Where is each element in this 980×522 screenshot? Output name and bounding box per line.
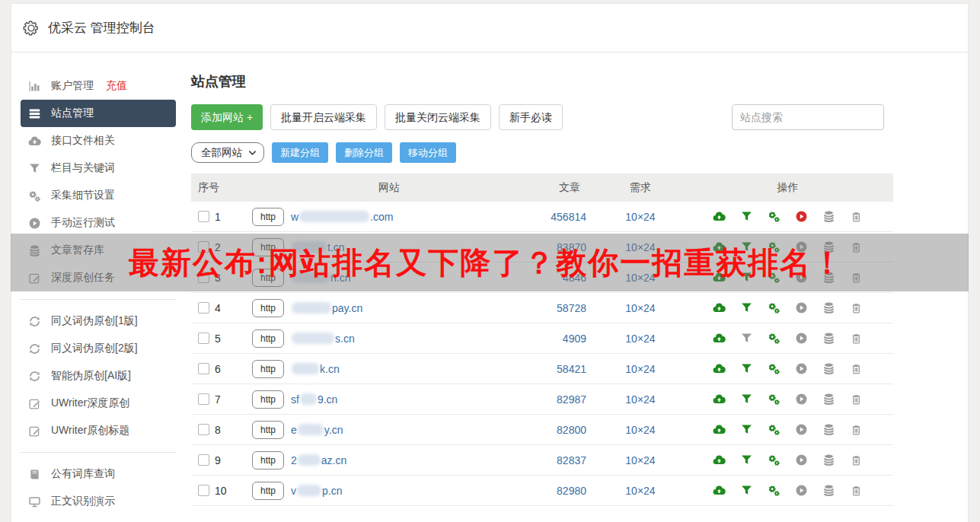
funnel-action-icon[interactable] [740, 423, 753, 436]
group-filter-select[interactable]: 全部网站 [191, 142, 264, 163]
funnel-action-icon[interactable] [740, 393, 753, 406]
sidebar-item[interactable]: 公有词库查询 [21, 460, 176, 488]
recharge-link[interactable]: 充值 [106, 79, 127, 93]
batch-open-cloud-button[interactable]: 批量开启云端采集 [270, 104, 377, 130]
article-count-link[interactable]: 82837 [526, 454, 599, 466]
row-checkbox[interactable] [198, 363, 209, 374]
gears-action-icon[interactable] [768, 423, 780, 436]
gears-action-icon[interactable] [768, 393, 780, 406]
sidebar-item[interactable]: UWriter深度原创 [21, 390, 176, 417]
article-count-link[interactable]: 456814 [526, 211, 599, 223]
protocol-button[interactable]: http [252, 390, 284, 409]
gears-action-icon[interactable] [768, 484, 780, 497]
trash-action-icon[interactable] [850, 393, 863, 406]
sidebar-item[interactable]: UWriter原创标题 [21, 417, 176, 444]
funnel-action-icon[interactable] [740, 484, 753, 497]
site-search-input[interactable] [732, 104, 884, 130]
funnel-action-icon[interactable] [740, 301, 753, 314]
article-count-link[interactable]: 58728 [526, 302, 599, 314]
database-action-icon[interactable] [822, 210, 835, 223]
trash-action-icon[interactable] [850, 301, 863, 314]
trash-action-icon[interactable] [850, 484, 863, 497]
row-checkbox[interactable] [198, 424, 209, 435]
row-checkbox[interactable] [198, 454, 209, 466]
move-group-button[interactable]: 移动分组 [400, 142, 456, 163]
database-action-icon[interactable] [822, 484, 835, 497]
article-count-link[interactable]: 58421 [526, 363, 599, 375]
cloud-upload-action-icon[interactable] [713, 484, 726, 497]
play-action-icon[interactable] [795, 393, 808, 406]
sidebar-item[interactable]: 手动运行测试 [21, 209, 176, 237]
play-action-icon[interactable] [795, 484, 808, 497]
funnel-action-icon[interactable] [740, 362, 753, 375]
protocol-button[interactable]: http [252, 299, 284, 317]
newbie-guide-button[interactable]: 新手必读 [499, 104, 563, 130]
sidebar-item[interactable]: 站点管理 [21, 100, 176, 127]
trash-action-icon[interactable] [850, 423, 863, 436]
row-checkbox[interactable] [198, 485, 209, 496]
protocol-button[interactable]: http [252, 482, 284, 500]
database-action-icon[interactable] [822, 393, 835, 406]
sidebar-item[interactable]: 同义词伪原创[1版] [21, 307, 176, 335]
sidebar-item[interactable]: 正文识别演示 [21, 488, 176, 515]
gears-action-icon[interactable] [768, 332, 780, 345]
article-count-link[interactable]: 82980 [526, 485, 599, 497]
site-domain-link[interactable]: ey.cn [291, 424, 343, 436]
site-domain-link[interactable]: s.cn [291, 333, 355, 345]
gears-action-icon[interactable] [768, 210, 780, 223]
delete-group-button[interactable]: 删除分组 [336, 142, 392, 163]
row-checkbox[interactable] [198, 302, 209, 314]
protocol-button[interactable]: http [252, 451, 284, 469]
cloud-upload-action-icon[interactable] [713, 362, 726, 375]
play-action-icon[interactable] [795, 332, 808, 345]
funnel-action-icon[interactable] [740, 454, 753, 466]
site-domain-link[interactable]: w.com [291, 211, 393, 223]
site-domain-link[interactable]: pay.cn [291, 302, 362, 314]
database-action-icon[interactable] [822, 301, 835, 314]
cloud-upload-action-icon[interactable] [713, 332, 726, 345]
new-group-button[interactable]: 新建分组 [272, 142, 328, 163]
play-action-icon[interactable] [795, 301, 808, 314]
protocol-button[interactable]: http [252, 421, 284, 439]
cloud-upload-action-icon[interactable] [713, 301, 726, 314]
sidebar-item[interactable]: 接口文件相关 [21, 127, 176, 154]
cloud-upload-action-icon[interactable] [713, 210, 726, 223]
site-domain-link[interactable]: 2az.cn [291, 454, 346, 466]
sidebar-item[interactable]: 同义词伪原创[2版] [21, 335, 176, 362]
protocol-button[interactable]: http [252, 329, 284, 348]
row-checkbox[interactable] [198, 211, 209, 222]
play-action-icon[interactable] [795, 362, 808, 375]
cloud-upload-action-icon[interactable] [713, 393, 726, 406]
sidebar-item[interactable]: 账户管理充值 [21, 72, 176, 100]
sidebar-item[interactable]: 采集细节设置 [21, 182, 176, 209]
add-site-button[interactable]: 添加网站 + [191, 104, 263, 130]
play-action-icon[interactable] [795, 423, 808, 436]
play-action-icon[interactable] [795, 210, 808, 223]
site-domain-link[interactable]: sf9.cn [291, 393, 337, 406]
play-action-icon[interactable] [795, 454, 808, 466]
sidebar-item[interactable]: 智能伪原创[AI版] [21, 362, 176, 390]
trash-action-icon[interactable] [850, 332, 863, 345]
funnel-action-icon[interactable] [740, 332, 753, 345]
database-action-icon[interactable] [822, 362, 835, 375]
trash-action-icon[interactable] [850, 210, 863, 223]
row-checkbox[interactable] [198, 393, 209, 405]
cloud-upload-action-icon[interactable] [713, 454, 726, 466]
site-domain-link[interactable]: k.cn [291, 363, 340, 375]
funnel-action-icon[interactable] [740, 210, 753, 223]
database-action-icon[interactable] [822, 332, 835, 345]
cloud-upload-action-icon[interactable] [713, 423, 726, 436]
sidebar-item[interactable]: 栏目与关键词 [21, 154, 176, 182]
gears-action-icon[interactable] [768, 301, 780, 314]
database-action-icon[interactable] [822, 423, 835, 436]
article-count-link[interactable]: 82800 [526, 424, 599, 436]
trash-action-icon[interactable] [850, 362, 863, 375]
database-action-icon[interactable] [822, 454, 835, 466]
gears-action-icon[interactable] [768, 362, 780, 375]
gears-action-icon[interactable] [768, 454, 780, 466]
batch-close-cloud-button[interactable]: 批量关闭云端采集 [385, 104, 491, 130]
article-count-link[interactable]: 4909 [526, 333, 599, 345]
protocol-button[interactable]: http [252, 208, 284, 226]
site-domain-link[interactable]: vp.cn [291, 485, 342, 497]
article-count-link[interactable]: 82987 [526, 393, 599, 406]
